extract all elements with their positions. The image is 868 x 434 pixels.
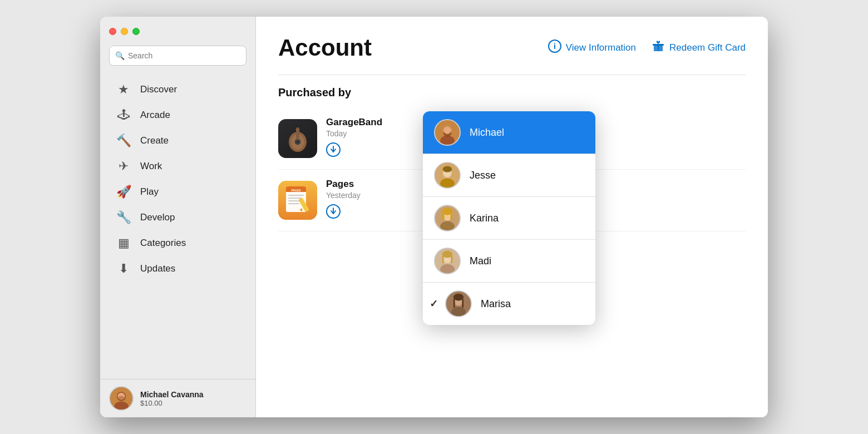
header-divider bbox=[278, 75, 746, 75]
svg-point-74 bbox=[453, 294, 463, 301]
sidebar-item-label: Discover bbox=[140, 84, 177, 95]
view-information-button[interactable]: i View Information bbox=[548, 40, 636, 56]
app-name: Pages bbox=[326, 179, 361, 190]
madi-avatar-image bbox=[435, 248, 460, 274]
dropdown-item-michael[interactable]: Michael bbox=[423, 111, 595, 154]
arcade-icon: 🕹 bbox=[116, 108, 131, 122]
svg-point-48 bbox=[440, 136, 455, 146]
dropdown-user-name: Madi bbox=[470, 255, 491, 267]
svg-point-58 bbox=[440, 221, 455, 231]
app-info-pages: Pages Yesterday bbox=[326, 179, 361, 222]
titlebar bbox=[100, 17, 255, 46]
develop-icon: 🔧 bbox=[116, 210, 131, 225]
svg-text:i: i bbox=[554, 42, 556, 51]
main-content: Account i View Information bbox=[256, 17, 768, 417]
sidebar-item-discover[interactable]: ★ Discover bbox=[105, 77, 251, 102]
sidebar-item-arcade[interactable]: 🕹 Arcade bbox=[105, 102, 251, 128]
garageband-app-icon bbox=[281, 122, 314, 155]
avatar bbox=[109, 386, 134, 411]
sidebar: 🔍 ★ Discover 🕹 Arcade 🔨 Create ✈ Work 🚀 bbox=[100, 17, 256, 417]
app-date: Today bbox=[326, 129, 382, 138]
view-info-icon: i bbox=[548, 40, 561, 56]
svg-rect-10 bbox=[658, 44, 659, 51]
user-dropdown[interactable]: Michael Jesse bbox=[423, 111, 595, 325]
user-balance: $10.00 bbox=[140, 399, 204, 407]
view-information-label: View Information bbox=[566, 42, 636, 53]
user-info: Michael Cavanna $10.00 bbox=[140, 390, 204, 407]
app-info-garageband: GarageBand Today bbox=[326, 117, 382, 160]
gift-card-icon bbox=[652, 40, 665, 56]
sidebar-item-label: Work bbox=[140, 161, 162, 172]
dropdown-item-jesse[interactable]: Jesse bbox=[423, 154, 595, 196]
michael-avatar-image bbox=[435, 119, 460, 146]
jesse-avatar-image bbox=[435, 162, 460, 189]
pages-app-icon: PAGES bbox=[278, 181, 317, 220]
svg-rect-34 bbox=[288, 195, 304, 196]
sidebar-item-label: Create bbox=[140, 135, 169, 146]
svg-point-5 bbox=[118, 396, 125, 401]
redeem-gift-card-label: Redeem Gift Card bbox=[669, 42, 746, 53]
svg-rect-68 bbox=[442, 255, 444, 264]
sidebar-item-updates[interactable]: ⬇ Updates bbox=[105, 256, 251, 282]
app-name: GarageBand bbox=[326, 117, 382, 128]
discover-icon: ★ bbox=[116, 82, 131, 97]
search-icon: 🔍 bbox=[115, 51, 125, 60]
sidebar-item-label: Develop bbox=[140, 212, 175, 223]
categories-icon: ▦ bbox=[116, 236, 131, 250]
maximize-button[interactable] bbox=[132, 28, 140, 35]
play-icon: 🚀 bbox=[116, 185, 131, 199]
download-button-garageband[interactable] bbox=[326, 142, 382, 160]
minimize-button[interactable] bbox=[121, 28, 128, 35]
redeem-gift-card-button[interactable]: Redeem Gift Card bbox=[652, 40, 746, 56]
dropdown-user-name: Marisa bbox=[481, 298, 511, 310]
svg-point-72 bbox=[451, 307, 466, 317]
marisa-avatar bbox=[445, 290, 472, 317]
gift-icon bbox=[652, 40, 665, 53]
jesse-avatar bbox=[434, 162, 461, 189]
sidebar-item-label: Updates bbox=[140, 263, 175, 274]
dropdown-user-name: Karina bbox=[470, 213, 499, 224]
search-input[interactable] bbox=[128, 51, 240, 60]
pages-icon: PAGES bbox=[278, 181, 317, 220]
svg-point-50 bbox=[444, 127, 451, 134]
work-icon: ✈ bbox=[116, 159, 131, 174]
svg-point-65 bbox=[440, 264, 455, 274]
sidebar-item-label: Arcade bbox=[140, 110, 170, 121]
updates-icon: ⬇ bbox=[116, 262, 131, 276]
svg-rect-62 bbox=[451, 213, 453, 220]
sidebar-item-play[interactable]: 🚀 Play bbox=[105, 179, 251, 205]
svg-rect-35 bbox=[288, 198, 302, 199]
sidebar-item-work[interactable]: ✈ Work bbox=[105, 154, 251, 179]
create-icon: 🔨 bbox=[116, 134, 131, 148]
dropdown-item-karina[interactable]: Karina bbox=[423, 197, 595, 239]
karina-avatar bbox=[434, 205, 461, 231]
svg-rect-37 bbox=[288, 203, 299, 204]
dropdown-item-marisa[interactable]: ✓ Marisa bbox=[423, 283, 595, 325]
svg-rect-61 bbox=[442, 213, 445, 220]
svg-text:PAGES: PAGES bbox=[291, 189, 301, 192]
user-name: Michael Cavanna bbox=[140, 390, 204, 399]
download-button-pages[interactable] bbox=[326, 204, 361, 222]
download-icon bbox=[326, 204, 341, 219]
sidebar-item-create[interactable]: 🔨 Create bbox=[105, 128, 251, 154]
close-button[interactable] bbox=[109, 28, 116, 35]
madi-avatar bbox=[434, 248, 461, 274]
dropdown-user-name: Michael bbox=[470, 127, 504, 139]
search-bar[interactable]: 🔍 bbox=[109, 46, 246, 66]
svg-point-55 bbox=[443, 166, 452, 172]
michael-avatar bbox=[434, 119, 461, 146]
nav-items: ★ Discover 🕹 Arcade 🔨 Create ✈ Work 🚀 Pl… bbox=[100, 75, 255, 379]
purchased-by-label: Purchased by bbox=[278, 86, 746, 99]
download-icon bbox=[326, 142, 341, 157]
svg-rect-69 bbox=[451, 255, 452, 264]
dropdown-item-madi[interactable]: Madi bbox=[423, 240, 595, 282]
info-circle-icon: i bbox=[548, 40, 561, 53]
sidebar-footer[interactable]: Michael Cavanna $10.00 bbox=[100, 379, 255, 417]
header-actions: i View Information Redeem Gift bbox=[548, 40, 746, 56]
sidebar-item-develop[interactable]: 🔧 Develop bbox=[105, 205, 251, 230]
sidebar-item-label: Categories bbox=[140, 238, 186, 249]
sidebar-item-categories[interactable]: ▦ Categories bbox=[105, 230, 251, 256]
garageband-icon bbox=[278, 119, 317, 158]
svg-rect-75 bbox=[453, 299, 455, 308]
checkmark-icon: ✓ bbox=[430, 298, 438, 310]
